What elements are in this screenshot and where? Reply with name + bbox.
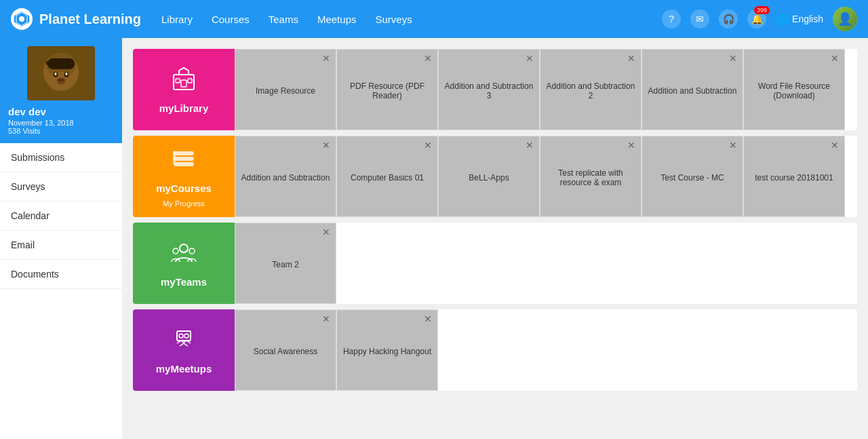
language-selector[interactable]: 🌐 English	[776, 13, 823, 26]
close-courses-4[interactable]: ✕	[729, 140, 737, 150]
user-avatar[interactable]: 👤	[833, 7, 857, 31]
profile-visits: 538 Visits	[8, 127, 114, 135]
teams-tile-label: myTeams	[161, 276, 207, 288]
teams-item-0[interactable]: ✕ Team 2	[235, 223, 336, 304]
nav-surveys[interactable]: Surveys	[375, 14, 412, 25]
sidebar-item-calendar[interactable]: Calendar	[0, 202, 122, 231]
library-tile[interactable]: myLibrary	[133, 49, 235, 130]
courses-items: ✕ Addition and Subtraction ✕ Computer Ba…	[235, 136, 857, 217]
svg-rect-18	[174, 157, 193, 160]
sidebar-item-submissions[interactable]: Submissions	[0, 143, 122, 172]
close-icon-5[interactable]: ✕	[831, 54, 839, 63]
close-icon-3[interactable]: ✕	[627, 54, 635, 63]
courses-item-5[interactable]: ✕ test course 20181001	[743, 136, 845, 217]
close-icon-4[interactable]: ✕	[729, 54, 737, 63]
main-nav: Library Courses Teams Meetups Surveys	[161, 14, 662, 25]
sidebar-item-surveys[interactable]: Surveys	[0, 172, 122, 202]
navbar: Planet Learning Library Courses Teams Me…	[0, 0, 868, 38]
courses-label-4: Test Course - MC	[660, 173, 724, 183]
library-item-4[interactable]: ✕ Addition and Subtraction	[642, 49, 743, 130]
svg-point-26	[179, 334, 183, 338]
courses-item-4[interactable]: ✕ Test Course - MC	[642, 136, 743, 217]
courses-tile-sublabel: My Progress	[163, 199, 205, 208]
teams-icon	[170, 239, 197, 271]
sidebar-item-documents[interactable]: Documents	[0, 260, 122, 289]
item-label-1: PDF Resource (PDF Reader)	[342, 81, 432, 100]
sidebar-item-email[interactable]: Email	[0, 231, 122, 260]
profile-photo	[27, 46, 95, 100]
courses-item-1[interactable]: ✕ Computer Basics 01	[336, 136, 438, 217]
headset-icon[interactable]: 🎧	[719, 9, 738, 28]
courses-tile-label: myCourses	[156, 183, 212, 194]
svg-rect-16	[176, 79, 180, 83]
svg-point-23	[173, 248, 178, 254]
profile-photo-image	[27, 46, 95, 100]
meetups-section: myMeetups ✕ Social Awareness ✕ Happy Hac…	[133, 309, 857, 391]
library-items: ✕ Image Resource ✕ PDF Resource (PDF Rea…	[235, 49, 857, 130]
help-icon[interactable]: ?	[662, 9, 681, 28]
avatar-image: 👤	[833, 7, 857, 31]
nav-teams[interactable]: Teams	[269, 14, 298, 25]
close-courses-3[interactable]: ✕	[627, 140, 635, 150]
navbar-icons: ? ✉ 🎧 🔔 399 🌐 English 👤	[662, 7, 857, 31]
nav-courses[interactable]: Courses	[212, 14, 250, 25]
courses-item-2[interactable]: ✕ BeLL-Apps	[438, 136, 540, 217]
courses-label-5: test course 20181001	[755, 173, 833, 183]
svg-rect-21	[173, 151, 176, 164]
library-item-2[interactable]: ✕ Addition and Subtraction 3	[438, 49, 540, 130]
meetups-item-1[interactable]: ✕ Happy Hacking Hangout	[336, 309, 438, 391]
svg-rect-17	[188, 79, 192, 83]
svg-rect-15	[181, 80, 186, 87]
close-teams-0[interactable]: ✕	[322, 227, 330, 237]
svg-point-27	[184, 334, 189, 338]
svg-rect-19	[174, 152, 193, 155]
svg-point-1	[19, 16, 24, 22]
profile-section: dev dev November 13, 2018 538 Visits	[0, 38, 122, 143]
close-icon-1[interactable]: ✕	[424, 54, 432, 63]
nav-meetups[interactable]: Meetups	[317, 14, 357, 25]
svg-rect-13	[46, 61, 52, 65]
notification-bell[interactable]: 🔔 399	[747, 9, 766, 28]
teams-label-0: Team 2	[272, 260, 298, 269]
library-item-3[interactable]: ✕ Addition and Subtraction 2	[540, 49, 642, 130]
library-item-1[interactable]: ✕ PDF Resource (PDF Reader)	[336, 49, 438, 130]
svg-point-22	[180, 244, 188, 252]
close-courses-0[interactable]: ✕	[322, 140, 330, 150]
item-label-2: Addition and Subtraction 3	[444, 81, 534, 100]
meetups-item-0[interactable]: ✕ Social Awareness	[235, 309, 336, 391]
library-item-0[interactable]: ✕ Image Resource	[235, 49, 336, 130]
close-meetups-1[interactable]: ✕	[424, 314, 432, 324]
nav-library[interactable]: Library	[161, 14, 193, 25]
svg-point-11	[57, 78, 65, 82]
courses-tile[interactable]: myCourses My Progress	[133, 136, 235, 217]
brand[interactable]: Planet Learning	[11, 8, 141, 30]
teams-tile[interactable]: myTeams	[133, 223, 235, 304]
close-icon-0[interactable]: ✕	[322, 54, 330, 63]
teams-section: myTeams ✕ Team 2	[133, 223, 857, 304]
teams-items: ✕ Team 2	[235, 223, 857, 304]
meetups-label-1: Happy Hacking Hangout	[343, 347, 431, 356]
mail-icon[interactable]: ✉	[690, 9, 709, 28]
svg-rect-12	[47, 58, 75, 69]
courses-item-0[interactable]: ✕ Addition and Subtraction	[235, 136, 336, 217]
close-meetups-0[interactable]: ✕	[322, 314, 330, 324]
globe-icon: 🌐	[776, 13, 789, 26]
courses-item-3[interactable]: ✕ Test replicate with resource & exam	[540, 136, 642, 217]
close-icon-2[interactable]: ✕	[526, 54, 534, 63]
svg-point-10	[66, 73, 68, 75]
close-courses-2[interactable]: ✕	[526, 140, 534, 150]
courses-icon	[170, 145, 197, 177]
svg-rect-20	[174, 163, 193, 166]
meetups-tile[interactable]: myMeetups	[133, 309, 235, 391]
sidebar: dev dev November 13, 2018 538 Visits Sub…	[0, 38, 122, 439]
item-label-0: Image Resource	[256, 86, 315, 96]
close-courses-5[interactable]: ✕	[831, 140, 839, 150]
courses-label-1: Computer Basics 01	[351, 173, 424, 183]
item-label-5: Word File Resource (Download)	[749, 81, 839, 100]
close-courses-1[interactable]: ✕	[424, 140, 432, 150]
library-item-5[interactable]: ✕ Word File Resource (Download)	[743, 49, 845, 130]
courses-section: myCourses My Progress ✕ Addition and Sub…	[133, 136, 857, 217]
logo-icon	[11, 8, 33, 30]
item-label-3: Addition and Subtraction 2	[546, 81, 635, 100]
courses-label-2: BeLL-Apps	[469, 173, 509, 183]
